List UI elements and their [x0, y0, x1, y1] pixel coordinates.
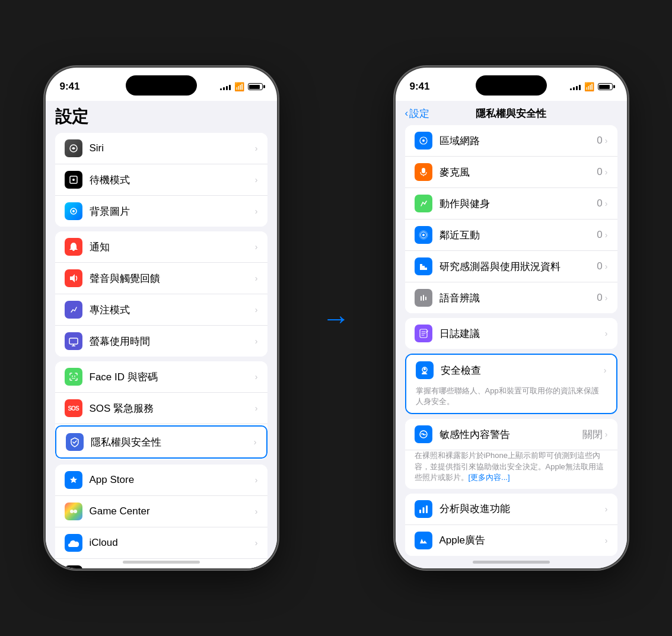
siri-label: Siri	[90, 142, 255, 154]
sound-item[interactable]: 聲音與觸覺回饋 ›	[55, 263, 267, 294]
screentime-item[interactable]: 螢幕使用時間 ›	[55, 326, 267, 357]
screen-2: ‹ 設定 隱私權與安全性 區域網路 0 ›	[396, 101, 627, 568]
sound-icon	[65, 269, 82, 287]
svg-point-16	[422, 139, 425, 142]
speech-chevron: ›	[605, 293, 608, 303]
nav-back-button[interactable]: ‹ 設定	[405, 106, 430, 120]
home-indicator-1	[123, 561, 200, 564]
sos-item[interactable]: SOS SOS 緊急服務 ›	[55, 393, 267, 424]
section-1-group: Siri › 待機模式 ›	[55, 133, 267, 227]
motion-item[interactable]: 動作與健身 0 ›	[405, 188, 617, 220]
gamecenter-chevron: ›	[255, 507, 258, 516]
appstore-chevron: ›	[255, 475, 258, 485]
svg-point-9	[72, 376, 73, 377]
appstore-item[interactable]: App Store ›	[55, 465, 267, 496]
svg-point-11	[70, 510, 74, 513]
journal-item[interactable]: 日誌建議 ›	[405, 318, 617, 349]
wifi-icon-2: 📶	[584, 82, 594, 91]
appstore-label: App Store	[90, 474, 255, 486]
research-label: 研究感測器與使用狀況資料	[439, 260, 597, 274]
svg-point-27	[423, 368, 426, 370]
safety-description: 掌握有哪些聯絡人、App和裝置可取用你的資訊來保護人身安全。	[406, 386, 616, 413]
nav-title-2: 隱私權與安全性	[476, 108, 546, 119]
navigation-arrow: →	[313, 302, 360, 335]
sensitive-value: 關閉	[582, 428, 603, 441]
siri-item[interactable]: Siri ›	[55, 133, 267, 164]
back-chevron-icon: ‹	[405, 107, 409, 119]
section-2-group: 通知 › 聲音與觸覺回饋 › 專注模式	[55, 231, 267, 357]
nearby-item[interactable]: 鄰近互動 0 ›	[405, 220, 617, 251]
sensitive-description: 在裸照和裸露影片於iPhone上顯示前即可偵測到這些內容，並提供指引來協助做出安…	[405, 450, 617, 489]
signal-icon-1	[220, 83, 231, 90]
safety-chevron: ›	[604, 365, 607, 375]
dynamic-island-2	[476, 75, 547, 96]
nearby-chevron: ›	[605, 230, 608, 240]
privacy-label: 隱私權與安全性	[91, 435, 254, 449]
nearby-label: 鄰近互動	[439, 228, 597, 242]
privacy-icon	[66, 433, 84, 451]
speech-value: 0	[597, 292, 602, 304]
research-item[interactable]: 研究感測器與使用狀況資料 0 ›	[405, 251, 617, 282]
sos-icon: SOS	[65, 399, 82, 417]
safety-section: 安全檢查 › 掌握有哪些聯絡人、App和裝置可取用你的資訊來保護人身安全。	[405, 354, 617, 414]
svg-point-10	[74, 376, 75, 377]
safety-item[interactable]: 安全檢查 ›	[406, 355, 616, 386]
screentime-chevron: ›	[255, 336, 258, 346]
section-3-group: Face ID 與密碼 › SOS SOS 緊急服務 › 隱私權與安全性 ›	[55, 361, 267, 460]
location-item[interactable]: 區域網路 0 ›	[405, 125, 617, 157]
safety-icon	[416, 361, 434, 379]
location-label: 區域網路	[439, 134, 597, 148]
svg-point-29	[422, 434, 424, 435]
notification-item[interactable]: 通知 ›	[55, 231, 267, 263]
journal-chevron: ›	[605, 329, 608, 338]
faceid-item[interactable]: Face ID 與密碼 ›	[55, 361, 267, 393]
faceid-icon	[65, 368, 82, 386]
svg-rect-24	[425, 297, 426, 300]
location-icon	[415, 132, 432, 150]
svg-point-19	[422, 234, 425, 236]
svg-rect-17	[422, 168, 425, 173]
siri-icon	[65, 139, 82, 157]
research-chevron: ›	[605, 262, 608, 271]
sensitive-group: 敏感性內容警告 關閉 › 在裸照和裸露影片於iPhone上顯示前即可偵測到這些內…	[405, 419, 617, 489]
svg-rect-31	[422, 507, 424, 513]
motion-value: 0	[597, 198, 602, 209]
icloud-chevron: ›	[255, 538, 258, 548]
icloud-icon	[65, 534, 82, 552]
wallpaper-label: 背景圖片	[90, 205, 255, 218]
sensitive-icon	[415, 425, 432, 443]
phone-1: 9:41 📶 設定	[46, 68, 277, 568]
faceid-label: Face ID 與密碼	[90, 370, 255, 384]
safety-label: 安全檢查	[441, 364, 604, 377]
sensitive-item[interactable]: 敏感性內容警告 關閉 ›	[405, 419, 617, 450]
nearby-value: 0	[597, 229, 602, 241]
mic-item[interactable]: 麥克風 0 ›	[405, 157, 617, 188]
journal-icon	[415, 325, 432, 342]
wallpaper-icon	[65, 202, 82, 220]
time-2: 9:41	[410, 81, 430, 93]
ads-label: Apple廣告	[439, 533, 605, 547]
privacy-item[interactable]: 隱私權與安全性 ›	[55, 425, 267, 459]
speech-item[interactable]: 語音辨識 0 ›	[405, 282, 617, 313]
standby-item[interactable]: 待機模式 ›	[55, 164, 267, 196]
sound-chevron: ›	[255, 274, 258, 283]
status-icons-2: 📶	[570, 82, 613, 91]
sos-label: SOS 緊急服務	[90, 402, 255, 415]
motion-chevron: ›	[605, 199, 608, 208]
screentime-icon	[65, 332, 82, 350]
dynamic-island-1	[126, 75, 197, 96]
focus-item[interactable]: 專注模式 ›	[55, 294, 267, 326]
wallpaper-item[interactable]: 背景圖片 ›	[55, 196, 267, 227]
gamecenter-item[interactable]: Game Center ›	[55, 496, 267, 527]
wallet-label: 錢包與 Apple Pay	[90, 568, 255, 569]
svg-point-4	[72, 210, 75, 212]
icloud-item[interactable]: iCloud ›	[55, 527, 267, 559]
location-chevron: ›	[605, 136, 608, 145]
motion-icon	[415, 195, 432, 212]
focus-label: 專注模式	[90, 303, 255, 317]
battery-icon-2	[598, 83, 613, 90]
sensitive-link[interactable]: [更多內容...]	[469, 473, 510, 482]
nav-header-2: ‹ 設定 隱私權與安全性	[396, 101, 627, 125]
analytics-item[interactable]: 分析與改進功能 ›	[405, 494, 617, 525]
ads-item[interactable]: Apple廣告 ›	[405, 525, 617, 556]
